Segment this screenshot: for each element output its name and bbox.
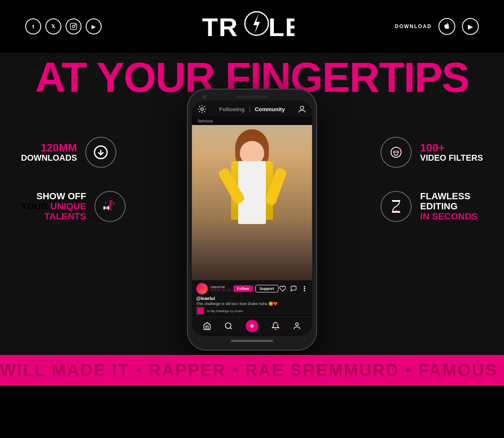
download-icon-circle xyxy=(85,137,116,168)
phone-tag: famous xyxy=(192,117,312,125)
downloads-highlight: 120MM xyxy=(21,142,77,153)
download-label: DOWNLOAD xyxy=(395,23,432,29)
svg-line-31 xyxy=(230,328,232,329)
filters-highlight: 100+ xyxy=(420,142,483,153)
stat-text-downloads: 120MM DOWNLOADS xyxy=(21,142,77,163)
phone-info: CREATOR ★33.3k ★1.7M Follow Support xyxy=(192,280,312,315)
stats-right: 100+ VIDEO FILTERS FLAWLESS EDITING IN S… xyxy=(381,137,483,222)
profile-icon[interactable] xyxy=(293,322,301,330)
header-right: DOWNLOAD ▶ xyxy=(395,18,479,35)
hourglass-icon xyxy=(388,199,404,214)
profile-nav-icon[interactable] xyxy=(298,105,306,113)
marquee-track: WILL MADE IT • RAPPER • RAE SREMMURD • F… xyxy=(0,361,504,380)
header: f 𝕏 ▶ TR LER DOWNLOAD ▶ xyxy=(0,0,504,53)
talents-line1: SHOW OFF xyxy=(21,191,86,201)
instagram-icon[interactable] xyxy=(66,18,81,34)
follow-button[interactable]: Follow xyxy=(234,285,253,292)
svg-point-29 xyxy=(304,290,305,291)
more-icon[interactable] xyxy=(301,285,308,292)
svg-text:LER: LER xyxy=(268,13,294,42)
marquee-text: WILL MADE IT • RAPPER • RAE SREMMURD • F… xyxy=(0,361,504,379)
creator-stats: ★33.3k ★1.7M xyxy=(210,289,231,292)
phone-video xyxy=(192,125,312,280)
stats-left: 120MM DOWNLOADS SHOW OFF YOUR UNIQUE TAL… xyxy=(21,137,126,222)
music-info: In My Feelings by Drake xyxy=(207,309,243,313)
marquee-section: WILL MADE IT • RAPPER • RAE SREMMURD • F… xyxy=(0,355,504,386)
creator-avatar xyxy=(196,283,208,295)
search-icon[interactable] xyxy=(224,322,233,330)
filter-icon xyxy=(388,144,404,161)
music-bar: In My Feelings by Drake xyxy=(196,307,308,315)
dance-icon: ♪ ♩ xyxy=(102,198,118,215)
comment-icon[interactable] xyxy=(290,285,297,292)
social-icons: f 𝕏 ▶ xyxy=(25,18,102,34)
stat-editing: FLAWLESS EDITING IN SECONDS xyxy=(381,191,483,222)
music-thumbnail xyxy=(196,307,205,315)
filters-icon-circle xyxy=(381,137,412,168)
svg-point-21 xyxy=(394,151,395,153)
svg-marker-5 xyxy=(253,13,260,34)
caption: This challenge is old but I love Drake h… xyxy=(196,302,308,306)
svg-point-25 xyxy=(201,108,203,110)
stat-text-editing: FLAWLESS EDITING IN SECONDS xyxy=(420,191,478,222)
support-button[interactable]: Support xyxy=(255,285,278,292)
youtube-icon[interactable]: ▶ xyxy=(86,18,102,34)
creator-label: CREATOR xyxy=(210,286,231,289)
svg-point-32 xyxy=(277,323,279,325)
phone-navbar: Following | Community xyxy=(192,101,312,117)
svg-point-26 xyxy=(300,106,304,110)
svg-point-1 xyxy=(72,25,75,28)
talents-line2: YOUR UNIQUE xyxy=(21,201,86,211)
filters-label: VIDEO FILTERS xyxy=(420,153,483,163)
editing-line2: EDITING xyxy=(420,201,478,211)
editing-line1: FLAWLESS xyxy=(420,191,478,201)
twitter-icon[interactable]: 𝕏 xyxy=(45,18,61,34)
svg-rect-0 xyxy=(71,23,77,30)
editing-line3: IN SECONDS xyxy=(420,211,478,222)
svg-point-9 xyxy=(110,201,112,203)
stat-filters: 100+ VIDEO FILTERS xyxy=(381,137,483,168)
facebook-icon[interactable]: f xyxy=(25,18,41,34)
talents-icon-circle: ♪ ♩ xyxy=(94,191,126,222)
svg-point-2 xyxy=(75,24,76,25)
svg-point-28 xyxy=(304,288,305,289)
svg-point-30 xyxy=(225,323,231,328)
play-store-icon[interactable]: ▶ xyxy=(462,18,479,35)
talents-line3: TALENTS xyxy=(21,211,86,222)
hero-section: AT YOUR FINGERTIPS 120MM DOWNLOADS SHOW … xyxy=(0,53,504,355)
add-button[interactable]: + xyxy=(246,320,258,332)
editing-icon-circle xyxy=(381,191,412,222)
stat-downloads: 120MM DOWNLOADS xyxy=(21,137,126,168)
downloads-label: DOWNLOADS xyxy=(21,153,77,163)
svg-line-11 xyxy=(108,205,110,206)
svg-text:♪: ♪ xyxy=(113,201,115,205)
username: @leaelui xyxy=(196,296,308,301)
settings-icon[interactable] xyxy=(198,105,206,113)
like-icon[interactable] xyxy=(279,285,286,292)
home-icon[interactable] xyxy=(203,322,211,330)
svg-line-14 xyxy=(110,207,112,211)
phone-mockup: Following | Community famous xyxy=(187,89,317,351)
svg-point-33 xyxy=(296,323,299,326)
svg-point-22 xyxy=(397,151,399,153)
phone-following-tab[interactable]: Following xyxy=(219,106,245,112)
download-icon xyxy=(93,145,108,160)
phone-screen: Following | Community famous xyxy=(192,101,312,336)
stat-text-talents: SHOW OFF YOUR UNIQUE TALENTS xyxy=(21,191,86,222)
phone-bottom-bar: + xyxy=(192,316,312,334)
svg-point-27 xyxy=(304,286,305,287)
logo: TR LER xyxy=(202,8,294,45)
stat-text-filters: 100+ VIDEO FILTERS xyxy=(420,142,483,163)
stat-talents: SHOW OFF YOUR UNIQUE TALENTS ♪ ♩ xyxy=(21,191,126,222)
apple-store-icon[interactable] xyxy=(438,18,455,35)
phone-community-tab[interactable]: Community xyxy=(255,106,285,112)
notifications-icon[interactable] xyxy=(271,322,280,330)
svg-text:♩: ♩ xyxy=(105,201,106,203)
svg-text:TR: TR xyxy=(202,13,239,42)
